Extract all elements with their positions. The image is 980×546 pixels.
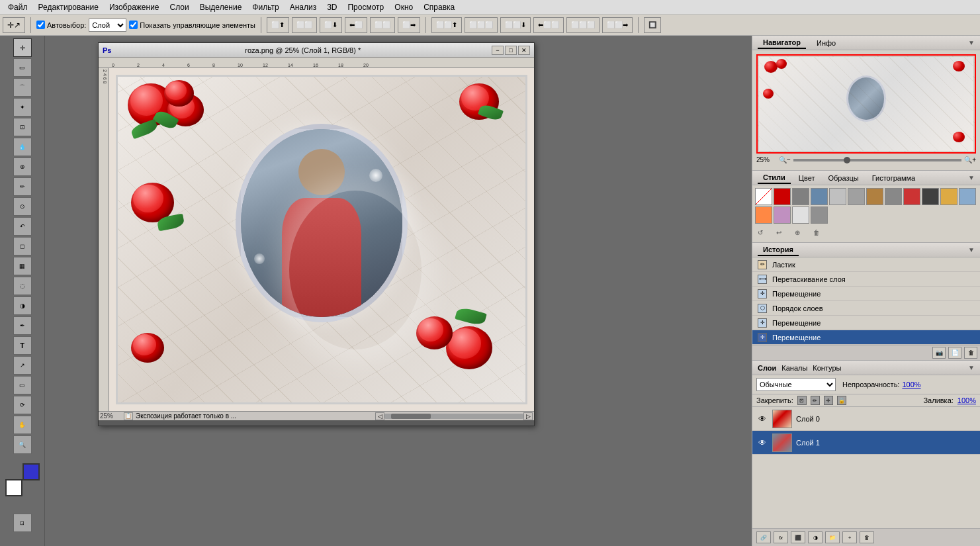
layer-1-visibility[interactable]: 👁 [756, 437, 768, 449]
distribute-bottom-btn[interactable]: ⬜⬜⬇ [500, 17, 531, 33]
menu-3d[interactable]: 3D [322, 1, 342, 13]
channels-tab[interactable]: Каналы [781, 364, 807, 372]
history-item-0[interactable]: ✏ Ластик [752, 257, 980, 272]
menu-edit[interactable]: Редактирование [33, 1, 104, 13]
3d-rotate-tool[interactable]: ⟳ [13, 396, 32, 414]
history-item-3[interactable]: ⬡ Порядок слоев [752, 301, 980, 316]
layers-tab[interactable]: Слои [758, 364, 776, 372]
layer-group-btn[interactable]: 📁 [825, 531, 840, 543]
tab-samples[interactable]: Образцы [823, 173, 864, 183]
magic-wand-tool[interactable]: ✦ [13, 98, 32, 116]
swatch-13[interactable] [774, 206, 791, 224]
foreground-color[interactable] [22, 463, 40, 480]
tab-styles[interactable]: Стили [758, 172, 791, 184]
marquee-tool[interactable]: ▭ [13, 58, 32, 77]
swatch-15[interactable] [811, 206, 828, 224]
type-tool[interactable]: T [13, 336, 32, 355]
move-tool-btn[interactable]: ✛↗ [3, 17, 25, 33]
history-item-4[interactable]: ✛ Перемещение [752, 316, 980, 330]
styles-collapse-btn[interactable]: ▼ [968, 174, 975, 181]
zoom-tool[interactable]: 🔍 [13, 435, 32, 454]
autoselect-checkbox[interactable] [36, 21, 45, 29]
tab-info[interactable]: Инфо [811, 38, 841, 48]
align-top-btn[interactable]: ⬜⬆ [267, 17, 289, 33]
tab-navigator[interactable]: Навигатор [758, 37, 806, 49]
history-tab-label[interactable]: История [758, 244, 799, 256]
layer-item-1[interactable]: 👁 Слой 1 [752, 431, 980, 455]
navigator-collapse-btn[interactable]: ▼ [968, 39, 975, 46]
layers-collapse-btn[interactable]: ▼ [968, 364, 975, 371]
swatch-2[interactable] [792, 188, 809, 205]
menu-file[interactable]: Файл [3, 1, 33, 13]
history-item-5[interactable]: ✛ Перемещение [752, 330, 980, 345]
swatch-6[interactable] [866, 188, 883, 205]
hscroll-thumb[interactable] [391, 414, 431, 419]
swatch-3[interactable] [811, 188, 828, 205]
layer-0-visibility[interactable]: 👁 [756, 413, 768, 425]
distribute-left-btn[interactable]: ⬅⬜⬜ [533, 17, 564, 33]
layer-fx-btn[interactable]: fx [774, 531, 788, 543]
hscroll-left-btn[interactable]: ◁ [375, 412, 384, 420]
history-collapse-btn[interactable]: ▼ [968, 246, 975, 253]
history-item-1[interactable]: ⟷ Перетаскивание слоя [752, 272, 980, 287]
history-item-2[interactable]: ✛ Перемещение [752, 287, 980, 301]
clone-tool[interactable]: ⊙ [13, 197, 32, 216]
history-create-doc-btn[interactable]: 📄 [948, 347, 961, 359]
layer-item-0[interactable]: 👁 Слой 0 [752, 407, 980, 431]
lock-position-btn[interactable]: ✛ [824, 396, 833, 405]
layer-mask-btn[interactable]: ⬛ [791, 531, 805, 543]
distribute-vcenter-btn[interactable]: ⬜⬜⬜ [465, 17, 498, 33]
layer-delete-btn[interactable]: 🗑 [860, 531, 874, 543]
quick-mask-btn[interactable]: ⊡ [13, 514, 32, 532]
eyedropper-tool[interactable]: 💧 [13, 138, 32, 156]
layer-link-btn[interactable]: 🔗 [756, 531, 771, 543]
align-vcenter-btn[interactable]: ⬜⬜ [292, 17, 317, 33]
swatch-action-3[interactable]: ⊕ [795, 229, 808, 240]
pen-tool[interactable]: ✒ [13, 316, 32, 335]
shape-tool[interactable]: ▭ [13, 376, 32, 394]
zoom-out-btn[interactable]: 🔍− [779, 156, 791, 163]
lasso-tool[interactable]: ⌒ [13, 78, 32, 97]
menu-filter[interactable]: Фильтр [247, 1, 284, 13]
show-controls-checkbox[interactable] [129, 21, 138, 29]
path-select-tool[interactable]: ↗ [13, 356, 32, 375]
swatch-4[interactable] [829, 188, 846, 205]
swatch-7[interactable] [885, 188, 902, 205]
zoom-in-btn[interactable]: 🔍+ [964, 156, 976, 163]
autoselect-dropdown[interactable]: Слой Группа [89, 19, 126, 32]
doc-history-state-icon[interactable]: 📋 [124, 412, 133, 420]
menu-image[interactable]: Изображение [104, 1, 165, 13]
lock-transparent-btn[interactable]: ⊡ [797, 396, 807, 405]
paths-tab[interactable]: Контуры [813, 364, 841, 372]
hand-tool[interactable]: ✋ [13, 416, 32, 434]
lock-all-btn[interactable]: 🔒 [837, 396, 846, 405]
swatch-9[interactable] [922, 188, 939, 205]
eraser-tool[interactable]: ◻ [13, 237, 32, 255]
hscroll-right-btn[interactable]: ▷ [523, 412, 533, 420]
blend-mode-select[interactable]: Обычные [756, 378, 836, 391]
gradient-tool[interactable]: ▦ [13, 257, 32, 275]
brush-tool[interactable]: ✏ [13, 177, 32, 196]
swatch-action-1[interactable]: ↺ [758, 229, 771, 240]
layer-new-btn[interactable]: + [842, 531, 857, 543]
history-delete-btn[interactable]: 🗑 [964, 347, 977, 359]
swatch-action-2[interactable]: ↩ [776, 229, 789, 240]
align-bottom-btn[interactable]: ⬜⬇ [320, 17, 342, 33]
swatch-10[interactable] [940, 188, 958, 205]
align-left-btn[interactable]: ⬅⬜ [345, 17, 367, 33]
doc-close-btn[interactable]: ✕ [518, 46, 530, 55]
swatch-action-4[interactable]: 🗑 [813, 229, 826, 240]
swatch-8[interactable] [903, 188, 920, 205]
zoom-slider[interactable] [793, 159, 961, 161]
distribute-top-btn[interactable]: ⬜⬜⬆ [431, 17, 462, 33]
background-color[interactable] [5, 479, 22, 496]
menu-window[interactable]: Окно [389, 1, 418, 13]
fill-value[interactable]: 100% [958, 396, 976, 404]
opacity-value[interactable]: 100% [902, 381, 920, 388]
align-hcenter-btn[interactable]: ⬜⬜ [370, 17, 395, 33]
lock-image-btn[interactable]: ✏ [811, 396, 820, 405]
swatch-11[interactable] [959, 188, 976, 205]
menu-select[interactable]: Выделение [195, 1, 247, 13]
layer-adjustment-btn[interactable]: ◑ [808, 531, 823, 543]
doc-canvas[interactable] [109, 68, 534, 411]
